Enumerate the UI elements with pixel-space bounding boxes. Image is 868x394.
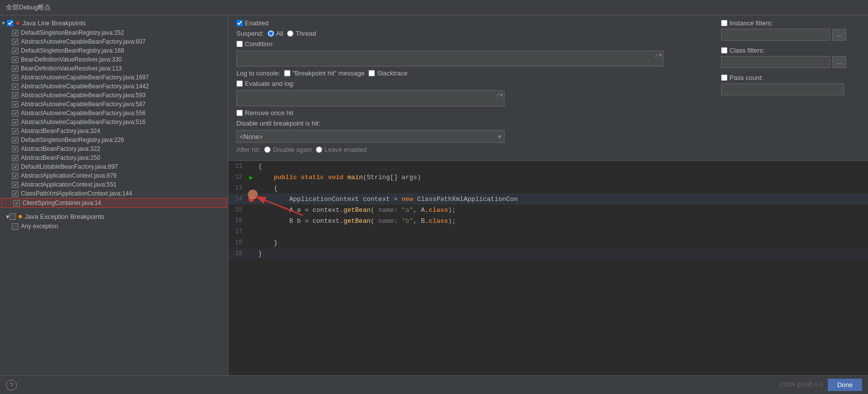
- evaluate-label[interactable]: Evaluate and log:: [236, 80, 294, 87]
- breakpoint-item-8[interactable]: AbstractAutowireCapableBeanFactory.java:…: [0, 100, 228, 109]
- instance-filters-option: Instance filters: ...: [721, 19, 860, 41]
- item-checkbox-5[interactable]: [12, 74, 18, 81]
- dialog-footer: ? CSDN @日星月云 Done: [0, 375, 868, 394]
- breakpoint-item-7[interactable]: AbstractAutowireCapableBeanFactory.java:…: [0, 91, 228, 100]
- breakpoint-hit-label[interactable]: "Breakpoint hit" message: [284, 69, 364, 77]
- remove-once-label[interactable]: Remove once hit: [236, 109, 293, 117]
- item-checkbox-14[interactable]: [12, 155, 18, 161]
- item-checkbox-10[interactable]: [12, 119, 18, 126]
- item-checkbox-19[interactable]: [13, 200, 20, 206]
- breakpoint-item-0[interactable]: DefaultSingletonBeanRegistry.java:252: [0, 28, 228, 37]
- condition-expand-icon[interactable]: ⤢▾: [654, 52, 662, 59]
- all-radio-label[interactable]: All: [268, 30, 283, 37]
- condition-checkbox[interactable]: [236, 41, 243, 47]
- breakpoint-item-2[interactable]: DefaultSingletonBeanRegistry.java:188: [0, 46, 228, 55]
- item-label-18: ClassPathXmlApplicationContext.java:144: [21, 190, 132, 197]
- item-label-10: AbstractAutowireCapableBeanFactory.java:…: [21, 119, 145, 126]
- item-checkbox-16[interactable]: [12, 173, 18, 179]
- leave-enabled-radio[interactable]: [316, 146, 322, 153]
- evaluate-expand-icon[interactable]: ⤢▾: [496, 92, 503, 98]
- pass-count-input[interactable]: [721, 83, 844, 95]
- done-button[interactable]: Done: [828, 379, 862, 391]
- breakpoint-item-9[interactable]: AbstractAutowireCapableBeanFactory.java:…: [0, 109, 228, 118]
- none-select[interactable]: <None>: [236, 130, 505, 143]
- stacktrace-checkbox[interactable]: [368, 70, 375, 76]
- exception-group-checkbox[interactable]: [9, 213, 16, 220]
- item-checkbox-17[interactable]: [12, 182, 18, 188]
- enabled-checkbox[interactable]: [236, 20, 243, 26]
- instance-filters-input[interactable]: [721, 29, 830, 41]
- remove-once-checkbox[interactable]: [236, 110, 243, 116]
- breakpoint-item-14[interactable]: AbstractBeanFactory.java:250: [0, 153, 228, 162]
- item-checkbox-9[interactable]: [12, 110, 18, 117]
- breakpoint-hit-checkbox[interactable]: [284, 70, 290, 76]
- item-label-12: DefaultSingletonBeanRegistry.java:226: [21, 136, 124, 143]
- item-checkbox-2[interactable]: [12, 48, 18, 54]
- class-filters-input[interactable]: [721, 56, 830, 68]
- debug-breakpoints-dialog: 全部Debug断点 ▾ ● Java Line Breakpoints Defa…: [0, 0, 868, 394]
- options-panel: Enabled Suspend: All Thread: [228, 15, 868, 161]
- item-checkbox-11[interactable]: [12, 128, 18, 134]
- any-exception-checkbox[interactable]: [12, 223, 18, 230]
- breakpoint-item-15[interactable]: DefaultListableBeanFactory.java:897: [0, 162, 228, 171]
- item-checkbox-15[interactable]: [12, 164, 18, 170]
- breakpoint-item-6[interactable]: AbstractAutowireCapableBeanFactory.java:…: [0, 82, 228, 91]
- breakpoint-item-3[interactable]: BeanDefinitionValueResolver.java:330: [0, 55, 228, 64]
- item-checkbox-0[interactable]: [12, 30, 18, 36]
- item-checkbox-1[interactable]: [12, 39, 18, 45]
- java-line-group-checkbox[interactable]: [7, 20, 13, 26]
- line-num-17: 17: [228, 228, 246, 235]
- class-filters-label[interactable]: Class filters:: [721, 47, 860, 54]
- item-checkbox-7[interactable]: [12, 92, 18, 99]
- item-label-11: AbstractBeanFactory.java:324: [21, 128, 100, 134]
- breakpoint-item-12[interactable]: DefaultSingletonBeanRegistry.java:226: [0, 135, 228, 144]
- line-num-18: 18: [228, 239, 246, 246]
- breakpoint-item-19[interactable]: ClientSpringContainer.java:14: [1, 198, 227, 208]
- condition-input[interactable]: ⤢▾: [236, 51, 663, 66]
- class-filters-checkbox[interactable]: [721, 47, 727, 54]
- item-checkbox-4[interactable]: [12, 66, 18, 72]
- item-checkbox-3[interactable]: [12, 57, 18, 63]
- item-checkbox-8[interactable]: [12, 101, 18, 108]
- breakpoint-item-13[interactable]: AbstractBeanFactory.java:322: [0, 144, 228, 153]
- pass-count-label[interactable]: Pass count:: [721, 74, 860, 81]
- instance-filters-btn[interactable]: ...: [832, 29, 846, 41]
- breakpoint-item-11[interactable]: AbstractBeanFactory.java:324: [0, 127, 228, 135]
- pass-count-checkbox[interactable]: [721, 74, 727, 81]
- item-checkbox-12[interactable]: [12, 137, 18, 143]
- thread-radio-label[interactable]: Thread: [287, 30, 316, 37]
- breakpoint-item-16[interactable]: AbstractApplicationContext.java:879: [0, 171, 228, 180]
- evaluate-input[interactable]: ⤢▾: [236, 90, 505, 106]
- evaluate-checkbox[interactable]: [236, 80, 243, 87]
- instance-filters-label[interactable]: Instance filters:: [721, 19, 860, 27]
- item-checkbox-18[interactable]: [12, 191, 18, 197]
- line-content-15: A a = context.getBean( name: "a", A.clas…: [256, 206, 868, 214]
- enabled-label[interactable]: Enabled: [236, 19, 269, 27]
- java-line-breakpoints-group[interactable]: ▾ ● Java Line Breakpoints: [0, 17, 228, 28]
- java-exception-breakpoints-group[interactable]: ▾ ● Java Exception Breakpoints: [0, 211, 228, 222]
- any-exception-item[interactable]: Any exception: [0, 222, 228, 231]
- breakpoint-item-10[interactable]: AbstractAutowireCapableBeanFactory.java:…: [0, 118, 228, 127]
- breakpoint-item-17[interactable]: AbstractApplicationContext.java:551: [0, 180, 228, 189]
- breakpoint-item-4[interactable]: BeanDefinitionValueResolver.java:113: [0, 64, 228, 73]
- stacktrace-label[interactable]: Stacktrace: [368, 69, 407, 77]
- breakpoint-item-18[interactable]: ClassPathXmlApplicationContext.java:144: [0, 189, 228, 198]
- item-checkbox-6[interactable]: [12, 83, 18, 90]
- class-filters-btn[interactable]: ...: [832, 56, 846, 68]
- after-hit-label: After hit:: [236, 146, 260, 153]
- line-num-16: 16: [228, 217, 246, 224]
- after-hit-row: After hit: Disable again Leave enabled: [236, 146, 860, 153]
- line-num-14: 14: [228, 196, 246, 202]
- breakpoint-item-1[interactable]: AbstractAutowireCapableBeanFactory.java:…: [0, 37, 228, 46]
- instance-filters-checkbox[interactable]: [721, 20, 727, 26]
- help-button[interactable]: ?: [6, 380, 17, 391]
- disable-again-label[interactable]: Disable again: [264, 146, 312, 153]
- breakpoint-item-5[interactable]: AbstractAutowireCapableBeanFactory.java:…: [0, 73, 228, 82]
- thread-radio[interactable]: [287, 30, 293, 37]
- all-radio[interactable]: [268, 30, 274, 37]
- disable-until-row: Disable until breakpoint is hit:: [236, 120, 860, 127]
- disable-again-radio[interactable]: [264, 146, 271, 153]
- condition-label[interactable]: Condition:: [236, 40, 274, 48]
- item-checkbox-13[interactable]: [12, 146, 18, 152]
- leave-enabled-label[interactable]: Leave enabled: [316, 146, 366, 153]
